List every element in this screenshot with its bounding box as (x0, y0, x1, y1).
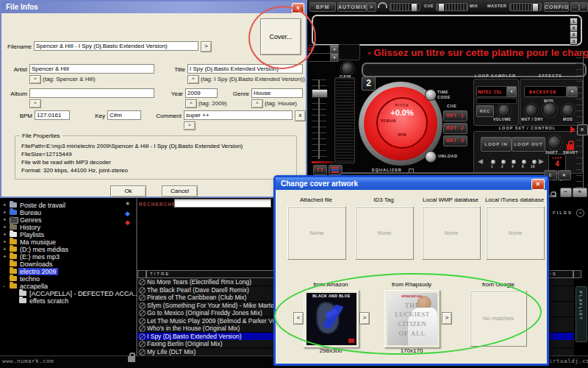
sampler-slot-dropdown[interactable]: MUTE2 CSL (476, 86, 507, 97)
year-input[interactable] (185, 88, 218, 98)
tree-expander[interactable]: + (3, 238, 7, 245)
unload-button[interactable] (425, 151, 437, 163)
tree-star-icon[interactable]: ★ (125, 200, 130, 207)
sampler-dropdown-arrow-icon[interactable]: ▼ (506, 86, 517, 97)
artist-apply-tag-button[interactable]: ^ (29, 75, 41, 84)
bpm-button[interactable]: BPM (309, 2, 336, 12)
album-input[interactable] (29, 88, 154, 98)
cover-button[interactable]: Cover... (260, 18, 301, 55)
loop-step-led[interactable] (501, 159, 506, 165)
cover-source-itunes-database[interactable]: None (486, 206, 545, 260)
source-label-wmp: Local WMP database (421, 197, 480, 203)
file-infos-close-button[interactable]: × (292, 3, 304, 13)
automix-expand-button[interactable]: > (367, 2, 376, 12)
key-input[interactable] (107, 110, 141, 120)
loop-step-led[interactable] (531, 159, 537, 165)
loop-double-icon[interactable]: ▶ (539, 158, 544, 165)
amazon-cover-frame[interactable]: BLACK AND BLUE (304, 290, 359, 348)
cancel-button[interactable]: Cancel (162, 185, 198, 197)
cue-mix-slider[interactable] (436, 3, 468, 11)
album-apply-tag-button[interactable]: ^ (29, 99, 41, 108)
title-apply-tag-button[interactable]: ^ (187, 75, 199, 84)
files-close-icon[interactable]: × (576, 209, 584, 217)
track-status-icon (139, 302, 146, 309)
master-slider-knob[interactable] (532, 3, 539, 12)
tree-expander[interactable]: + (3, 246, 7, 252)
turntable-mode-button[interactable]: TT (313, 165, 327, 175)
genre-input[interactable] (251, 88, 303, 98)
playlists-icon (10, 232, 17, 237)
smart-lock-icon[interactable] (567, 144, 574, 150)
effects-mod1-knob[interactable] (542, 102, 557, 117)
file-infos-titlebar[interactable]: File Infos × (1, 1, 306, 13)
loop-step-led[interactable] (511, 159, 517, 165)
change-cover-close-button[interactable]: × (531, 179, 545, 190)
timecode-button[interactable] (425, 89, 437, 101)
filter-folder-icon[interactable]: ◆ (125, 219, 130, 226)
search-input[interactable] (174, 199, 271, 208)
waveform-view-3-button[interactable]: 3 (570, 38, 578, 45)
comment-apply-tag-button[interactable]: ^ (184, 121, 196, 130)
loop-in-button[interactable]: LOOP IN (481, 137, 512, 152)
hot-cue-3-button[interactable]: HOT 3 (443, 135, 467, 146)
gain-knob[interactable] (341, 62, 354, 75)
config-button[interactable]: CONFIG (544, 2, 569, 12)
sampler-volume-knob[interactable] (498, 104, 511, 117)
maximize-button[interactable]: □ (579, 2, 588, 12)
sampler-rec-button[interactable]: REC (476, 105, 494, 117)
master-volume-slider[interactable] (509, 3, 542, 11)
change-cover-title: Change cover artwork (281, 180, 358, 188)
effects-dropdown[interactable]: BACKSPIN (524, 86, 567, 97)
hot-cue-2-button[interactable]: HOT 2 (443, 123, 467, 134)
tree-expander[interactable]: + (3, 216, 7, 223)
tree-item-label: Downloads (18, 261, 54, 268)
rhapsody-cover-frame[interactable]: SPENCER HILL THE LUCKIEST CITIZEN OF ALL (384, 290, 440, 348)
headphone-slider-knob[interactable] (411, 3, 417, 12)
cover-source-attached-file[interactable]: None (287, 206, 346, 260)
loop-halve-icon[interactable]: ◀ (478, 158, 483, 165)
loop-step-led[interactable] (490, 159, 496, 165)
hot-cue-1-button[interactable]: HOT 1 (443, 110, 467, 121)
year-apply-tag-button[interactable]: ^ (185, 99, 197, 108)
genre-apply-tag-button[interactable]: ^ (251, 99, 263, 108)
deck-pitch-handle[interactable] (577, 124, 588, 135)
tree-expander[interactable]: - (3, 283, 7, 289)
filename-input[interactable] (34, 41, 198, 51)
goto-folder-icon[interactable]: ◆ (125, 210, 130, 217)
tree-expander[interactable]: + (3, 202, 7, 208)
tree-expander[interactable]: + (3, 231, 7, 238)
effects-wetdry-knob[interactable] (525, 104, 538, 117)
tree-expander[interactable]: + (3, 253, 7, 260)
comment-input[interactable] (184, 110, 293, 120)
loop-step-led[interactable] (521, 159, 527, 165)
cover-source-wmp-database[interactable]: None (422, 206, 481, 260)
loop-shift-knob[interactable] (548, 135, 562, 149)
playlist-tab[interactable]: PLAYLIST (576, 286, 587, 342)
cover-line: THE (387, 302, 437, 309)
zoom-out-button[interactable]: − (560, 188, 572, 197)
bpm-input[interactable] (35, 110, 70, 120)
artist-input[interactable] (29, 64, 154, 74)
change-cover-titlebar[interactable]: Change cover artwork × (276, 177, 547, 190)
loop-out-button[interactable]: LOOP OUT (512, 137, 545, 152)
amazon-prev-button[interactable]: < (293, 312, 304, 325)
headphone-volume-slider[interactable] (390, 3, 420, 11)
tree-expander[interactable]: + (3, 209, 7, 216)
comment-clear-button[interactable]: x (295, 110, 306, 121)
pitch-fader-handle[interactable] (312, 89, 328, 98)
cue-mix-slider-knob[interactable] (438, 3, 445, 12)
tracklist-header-end[interactable] (573, 270, 581, 278)
filename-browse-button[interactable]: > (201, 41, 212, 52)
cover-source-id3-tag[interactable]: None (355, 206, 414, 260)
stripe-icon (331, 171, 339, 173)
rhapsody-next-button[interactable]: > (442, 312, 452, 325)
amazon-next-button[interactable]: > (359, 312, 370, 325)
ok-button[interactable]: Ok (110, 185, 146, 197)
favorite-star-button[interactable]: ★ (558, 170, 571, 180)
title-input[interactable] (187, 64, 303, 74)
zoom-in-button[interactable]: + (573, 188, 587, 197)
tree-expander[interactable]: + (3, 224, 7, 230)
automix-button[interactable]: AUTOMIX (337, 2, 367, 12)
minimize-button[interactable]: _ (570, 2, 579, 12)
effects-mod2-knob[interactable] (562, 104, 575, 117)
